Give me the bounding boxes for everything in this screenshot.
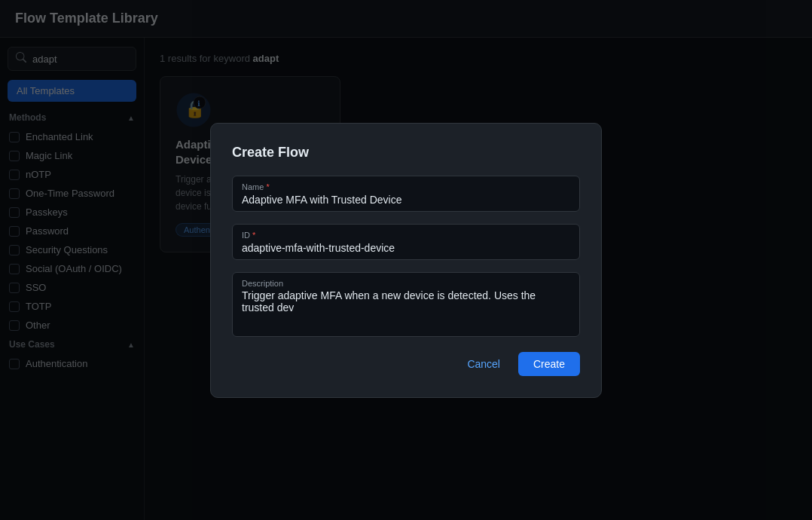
description-field-wrapper: Description Trigger adaptive MFA when a … (232, 272, 580, 337)
create-button[interactable]: Create (518, 352, 580, 376)
id-label: ID * (242, 231, 570, 240)
id-required-star: * (252, 231, 255, 240)
name-label: Name * (242, 182, 570, 191)
name-form-group: Name * (232, 176, 580, 212)
description-form-group: Description Trigger adaptive MFA when a … (232, 272, 580, 337)
name-input[interactable] (242, 194, 570, 206)
name-required-star: * (266, 182, 269, 191)
modal-title: Create Flow (232, 145, 580, 161)
create-flow-modal: Create Flow Name * ID * Description (210, 123, 602, 398)
description-label: Description (242, 279, 570, 288)
id-field-wrapper: ID * (232, 224, 580, 260)
id-input[interactable] (242, 242, 570, 254)
id-form-group: ID * (232, 224, 580, 260)
description-textarea[interactable]: Trigger adaptive MFA when a new device i… (242, 289, 570, 329)
name-field-wrapper: Name * (232, 176, 580, 212)
modal-overlay: Create Flow Name * ID * Description (0, 0, 812, 520)
cancel-button[interactable]: Cancel (458, 352, 509, 376)
modal-actions: Cancel Create (232, 352, 580, 376)
